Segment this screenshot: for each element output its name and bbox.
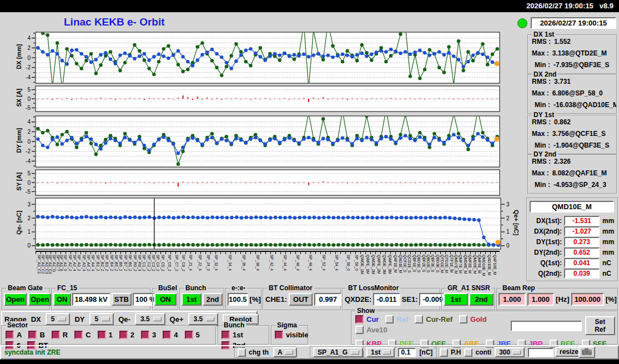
checkbox-chg-th[interactable]: chg th bbox=[238, 348, 269, 357]
checkbox-1st[interactable]: 1st bbox=[222, 331, 243, 339]
x-axis-label: SP_A1_9 bbox=[63, 255, 67, 271]
checkbox-c[interactable]: C bbox=[74, 331, 90, 339]
groupbox-title: Sigma bbox=[275, 321, 299, 329]
groupbox-title: Beam Gate bbox=[6, 284, 44, 292]
checkbox-conti[interactable]: conti bbox=[464, 348, 491, 357]
checkbox-box bbox=[6, 331, 14, 339]
checkbox-b[interactable]: B bbox=[28, 331, 44, 339]
device-dropdown[interactable]: SP_A1_G bbox=[313, 347, 363, 357]
monitor-row-label: Q(2nd): bbox=[527, 270, 562, 277]
extra-input[interactable] bbox=[528, 348, 553, 357]
checkbox-4[interactable]: 4 bbox=[163, 331, 178, 339]
x-axis-label: SP_C6_2 bbox=[168, 255, 172, 271]
checkbox-cur[interactable]: Cur bbox=[355, 315, 379, 323]
x-axis-label: SP_56_0 bbox=[346, 255, 350, 271]
group-sigma: Sigma visible bbox=[271, 325, 309, 345]
fc15-on-button[interactable]: ON bbox=[53, 293, 71, 306]
svg-text:0: 0 bbox=[27, 180, 31, 186]
x-axis-label-band: SP_A1_C1SP_A1_C2SP_A1_C3SP_A1_C4SP_A1_GS… bbox=[36, 251, 500, 286]
ee-ratio-unit: [%] bbox=[250, 295, 261, 304]
plot-sx-steering: -505 bbox=[22, 85, 501, 112]
checkbox-ph[interactable]: P.H bbox=[440, 348, 461, 357]
svg-text:2: 2 bbox=[506, 215, 510, 221]
qxd2e-label: QXD2E: bbox=[345, 295, 371, 304]
x-axis-label: SP_24_3 bbox=[207, 255, 210, 271]
stat-max: Max :8.082@QAF1E_M bbox=[532, 169, 616, 179]
x-axis-label: SP_48_4 bbox=[309, 255, 313, 271]
points-dropdown[interactable]: 300 bbox=[495, 347, 525, 357]
group-gr-a1-snsr: GR_A1 SNSR 1st 2nd bbox=[441, 288, 496, 311]
beam-gate-button-2[interactable]: Open bbox=[28, 293, 51, 306]
group-ee-ratio: e-:e- 100.5 [%] bbox=[225, 288, 262, 311]
checkbox-label: Ave10 bbox=[366, 326, 387, 334]
x-axis-label: QCF1E_S bbox=[403, 255, 407, 272]
gr-a1-2nd-button[interactable]: 2nd bbox=[469, 293, 494, 306]
che1-state-button[interactable]: OUT bbox=[289, 293, 313, 306]
range-qe-plus-dropdown[interactable]: 3.5 bbox=[188, 313, 219, 325]
checkbox-box bbox=[163, 331, 171, 339]
plot-bunch-charge: 00112233 bbox=[22, 198, 516, 250]
bunch-2nd-button[interactable]: 2nd bbox=[203, 293, 223, 306]
checkbox-box bbox=[355, 326, 364, 334]
threshold-sector-dropdown[interactable]: A bbox=[273, 347, 297, 357]
monitor-row-label: DY(1st): bbox=[527, 238, 562, 246]
stats-dx-1st: DX 1st RMS :1.552 Max :3.138@QTD2E_M Min… bbox=[527, 34, 617, 74]
svg-text:4: 4 bbox=[27, 119, 31, 125]
svg-text:-2: -2 bbox=[26, 148, 31, 154]
svg-text:4: 4 bbox=[27, 35, 31, 41]
monitor-panel: QMD10E_M DX(1st):-1.531mmDX(2nd):-1.027m… bbox=[526, 198, 618, 282]
checkbox-a[interactable]: A bbox=[6, 331, 22, 339]
checkbox-visible[interactable]: visible bbox=[275, 331, 308, 339]
che1-value-readout: 0.997 bbox=[314, 293, 341, 306]
x-axis-label: SP_32_4 bbox=[214, 255, 218, 271]
checkbox-box bbox=[98, 331, 106, 339]
range-dy-dropdown[interactable]: 5 bbox=[89, 313, 114, 325]
checkbox-ave10[interactable]: Ave10 bbox=[355, 326, 387, 334]
groupbox-title: Bunch bbox=[222, 321, 246, 329]
x-axis-label: SP_38_4 bbox=[256, 255, 260, 271]
svg-text:1: 1 bbox=[27, 229, 31, 235]
checkbox-r[interactable]: R bbox=[52, 331, 68, 339]
groupbox-title: DY 1st bbox=[532, 111, 556, 119]
stat-rms: RMS :3.731 bbox=[532, 78, 616, 87]
threshold-input[interactable] bbox=[398, 348, 416, 357]
fc15-stb-button[interactable]: STB bbox=[112, 293, 132, 306]
range-bar: Range DX 5 DY 5 Qe- 3.5 Qe+ 3.5 Replot bbox=[1, 311, 258, 326]
checkbox-1[interactable]: 1 bbox=[98, 331, 113, 339]
range-dx-dropdown[interactable]: 5 bbox=[46, 313, 71, 325]
x-axis-label: SP_B5_2 bbox=[114, 255, 118, 271]
x-axis-label: SP_C2_2 bbox=[147, 255, 151, 271]
plot-dy-orbit: -4-2024 bbox=[22, 115, 501, 168]
ref-name-input[interactable] bbox=[511, 321, 582, 331]
checkbox-3[interactable]: 3 bbox=[141, 331, 156, 339]
range-qe-minus-dropdown[interactable]: 3.5 bbox=[135, 313, 165, 325]
svg-text:5: 5 bbox=[27, 87, 31, 93]
x-axis-label: QAF10E_M bbox=[493, 255, 497, 275]
checkbox-cur-ref[interactable]: Cur-Ref bbox=[415, 315, 452, 323]
x-axis-label: SP_B6_2 bbox=[119, 255, 123, 271]
checkbox-5[interactable]: 5 bbox=[185, 331, 200, 339]
checkbox-gold[interactable]: Gold bbox=[459, 315, 487, 323]
x-axis-label: SP_C7_2 bbox=[175, 255, 179, 271]
checkbox-ref[interactable]: Ref bbox=[385, 315, 408, 323]
snapshot-button[interactable] bbox=[578, 346, 595, 358]
bunch-dropdown[interactable]: 1st bbox=[366, 347, 395, 357]
x-axis-label: SP_R0_4 bbox=[138, 255, 142, 271]
bunch-1st-button[interactable]: 1st bbox=[182, 293, 202, 306]
busel-on-button[interactable]: ON bbox=[154, 293, 177, 306]
gr-a1-1st-button[interactable]: 1st bbox=[444, 293, 468, 306]
monitor-row-value: 0.041 bbox=[564, 258, 600, 268]
monitor-row-unit: mm bbox=[602, 238, 614, 246]
checkbox-2[interactable]: 2 bbox=[119, 331, 134, 339]
set-ref-button[interactable]: Set Ref bbox=[585, 316, 615, 335]
x-axis-label: QMD10E_M bbox=[482, 255, 486, 276]
x-axis-label: SP_B2_2 bbox=[100, 255, 104, 271]
x-axis-label: SP_54_4 bbox=[335, 255, 339, 271]
ee-ratio-readout: 100.5 bbox=[228, 293, 248, 306]
groupbox-title: BT LossMonitor bbox=[346, 284, 400, 292]
checkbox-box bbox=[74, 331, 83, 339]
x-axis-label: QMF9E_M bbox=[477, 255, 481, 274]
x-axis-label: SP_B8_2 bbox=[128, 255, 132, 271]
beam-gate-button-1[interactable]: Open bbox=[4, 293, 27, 306]
groupbox-title: e-:e- bbox=[230, 284, 247, 292]
